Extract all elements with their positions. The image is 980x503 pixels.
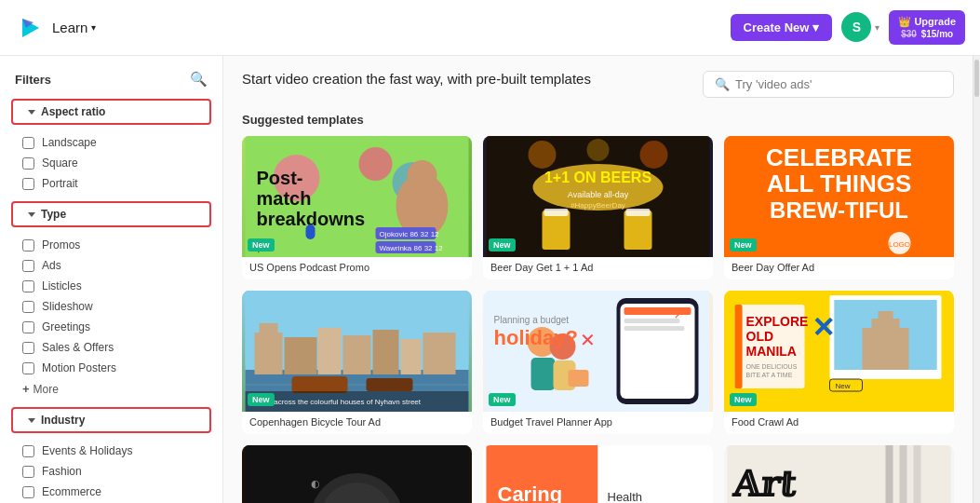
beer1-thumb-svg: 1+1 ON BEERS Available all-day #HappyBee… <box>483 136 713 257</box>
option-events[interactable]: Events & Holidays <box>0 441 222 461</box>
option-listicles[interactable]: Listicles <box>0 276 222 296</box>
svg-rect-75 <box>735 305 743 388</box>
templates-grid: Post- match breakdowns Ojokovic 86 32 12… <box>242 136 954 503</box>
option-fashion[interactable]: Fashion <box>0 461 222 482</box>
svg-text:CELEBRATE: CELEBRATE <box>766 143 912 171</box>
svg-text:#HappyBeerDay: #HappyBeerDay <box>571 201 625 210</box>
template-card-brew[interactable]: CELEBRATE ALL THINGS BREW-TIFUL LOGO New… <box>724 136 954 279</box>
svg-rect-42 <box>343 335 371 374</box>
svg-text:Planning a budget: Planning a budget <box>494 315 570 325</box>
brew-thumb-svg: CELEBRATE ALL THINGS BREW-TIFUL LOGO <box>724 136 954 257</box>
option-promos[interactable]: Promos <box>0 235 222 255</box>
logo-icon <box>15 13 45 43</box>
search-icon: 🔍 <box>190 71 208 87</box>
ads-checkbox[interactable] <box>22 260 34 272</box>
square-checkbox[interactable] <box>22 157 34 170</box>
type-header[interactable]: Type <box>11 201 211 227</box>
template-card-caring[interactable]: Caring For Health Solutions Caring For <box>483 445 713 503</box>
sales-checkbox[interactable] <box>22 342 34 354</box>
greetings-checkbox[interactable] <box>22 321 34 333</box>
svg-point-18 <box>529 141 557 169</box>
template-name-beer1: Beer Day Get 1 + 1 Ad <box>483 257 713 279</box>
sidebar-search-button[interactable]: 🔍 <box>190 71 208 88</box>
svg-rect-61 <box>569 370 589 387</box>
listicles-checkbox[interactable] <box>22 280 34 292</box>
svg-rect-15 <box>306 224 315 239</box>
upgrade-button[interactable]: 👑 Upgrade $30 $15/mo <box>889 10 965 45</box>
type-collapse-icon <box>28 212 35 217</box>
ads-label: Ads <box>42 259 61 272</box>
template-name-copenhagen: Copenhagen Bicycle Tour Ad <box>242 412 472 434</box>
aspect-ratio-label: Aspect ratio <box>41 105 105 118</box>
template-name-food: Food Crawl Ad <box>724 412 954 434</box>
template-card-food[interactable]: ✕ EXPLORE OLD MANILA ONE DELICIOUS BITE … <box>724 291 954 434</box>
template-name-brew: Beer Day Offer Ad <box>724 257 954 279</box>
svg-rect-98 <box>900 445 907 503</box>
art-svg: 𝔸𝕣𝕥 WITNESS THE ART & <box>724 445 954 503</box>
user-avatar-button[interactable]: S <box>841 12 871 42</box>
scrollbar-track[interactable] <box>973 56 980 503</box>
type-more-button[interactable]: + More <box>0 378 81 400</box>
learn-button[interactable]: Learn ▾ <box>52 20 96 35</box>
fashion-checkbox[interactable] <box>22 466 34 478</box>
svg-text:ALL THINGS: ALL THINGS <box>767 170 912 197</box>
main-layout: Filters 🔍 Aspect ratio Landscape Square <box>0 56 980 503</box>
option-greetings[interactable]: Greetings <box>0 317 222 337</box>
template-card-art[interactable]: 𝔸𝕣𝕥 WITNESS THE ART & <box>724 445 954 503</box>
option-sales-offers[interactable]: Sales & Offers <box>0 337 222 358</box>
svg-rect-38 <box>255 333 283 374</box>
svg-rect-25 <box>543 211 571 250</box>
svg-rect-41 <box>318 328 342 374</box>
search-input[interactable] <box>735 77 942 91</box>
search-magnifier-icon: 🔍 <box>715 77 730 91</box>
option-slideshow[interactable]: Slideshow <box>0 296 222 317</box>
template-card-podcast[interactable]: Post- match breakdowns Ojokovic 86 32 12… <box>242 136 472 279</box>
industry-options: Events & Holidays Fashion Ecommerce Tech… <box>0 437 222 503</box>
svg-rect-44 <box>401 339 422 374</box>
promos-checkbox[interactable] <box>22 239 34 252</box>
template-card-beer1[interactable]: 1+1 ON BEERS Available all-day #HappyBee… <box>483 136 713 279</box>
svg-text:Ojokovic 86 32 12: Ojokovic 86 32 12 <box>380 230 440 238</box>
new-badge-copenhagen: New <box>248 393 275 406</box>
ecommerce-checkbox[interactable] <box>22 486 34 498</box>
svg-text:Pedal across the colourful hou: Pedal across the colourful houses of Nyh… <box>253 398 422 406</box>
events-checkbox[interactable] <box>22 445 34 457</box>
svg-text:OLD: OLD <box>746 329 774 344</box>
option-ads[interactable]: Ads <box>0 255 222 276</box>
option-square[interactable]: Square <box>0 153 222 173</box>
option-landscape[interactable]: Landscape <box>0 132 222 153</box>
industry-header[interactable]: Industry <box>11 407 211 433</box>
svg-text:◐: ◐ <box>311 478 320 489</box>
header-right: Create New ▾ S ▾ 👑 Upgrade $30 $15/mo <box>731 10 965 45</box>
aspect-ratio-header[interactable]: Aspect ratio <box>11 99 211 125</box>
svg-text:Health: Health <box>608 490 643 503</box>
partial1-svg: ◐ <box>242 445 472 503</box>
motion-checkbox[interactable] <box>22 362 34 374</box>
ecommerce-label: Ecommerce <box>42 485 101 498</box>
template-name-podcast: US Opens Podcast Promo <box>242 257 472 279</box>
portrait-checkbox[interactable] <box>22 178 34 190</box>
svg-rect-39 <box>260 323 278 337</box>
svg-point-4 <box>359 147 393 181</box>
food-thumb-svg: ✕ EXPLORE OLD MANILA ONE DELICIOUS BITE … <box>724 291 954 412</box>
more-label: More <box>34 383 59 396</box>
promos-label: Promos <box>42 238 80 252</box>
landscape-checkbox[interactable] <box>22 137 34 149</box>
option-ecommerce[interactable]: Ecommerce <box>0 482 222 502</box>
header: Learn ▾ Create New ▾ S ▾ 👑 Upgrade $30 $… <box>0 0 980 56</box>
template-card-travel[interactable]: Planning a budget holiday? ↗ ✕ New Budge… <box>483 291 713 434</box>
travel-thumb-svg: Planning a budget holiday? ↗ ✕ <box>483 291 713 412</box>
option-motion-posters[interactable]: Motion Posters <box>0 358 222 378</box>
svg-text:EXPLORE: EXPLORE <box>746 314 809 329</box>
svg-text:LOGO: LOGO <box>889 240 910 249</box>
sidebar: Filters 🔍 Aspect ratio Landscape Square <box>0 56 223 503</box>
option-portrait[interactable]: Portrait <box>0 173 222 194</box>
template-card-copenhagen[interactable]: Pedal across the colourful houses of Nyh… <box>242 291 472 434</box>
svg-text:holiday?: holiday? <box>494 326 578 349</box>
template-thumb-beer1: 1+1 ON BEERS Available all-day #HappyBee… <box>483 136 713 257</box>
template-thumb-caring: Caring For Health Solutions <box>483 445 713 503</box>
slideshow-checkbox[interactable] <box>22 301 34 313</box>
template-card-partial1[interactable]: ◐ <box>242 445 472 503</box>
scrollbar-thumb[interactable] <box>974 60 979 97</box>
create-new-button[interactable]: Create New ▾ <box>731 14 833 41</box>
